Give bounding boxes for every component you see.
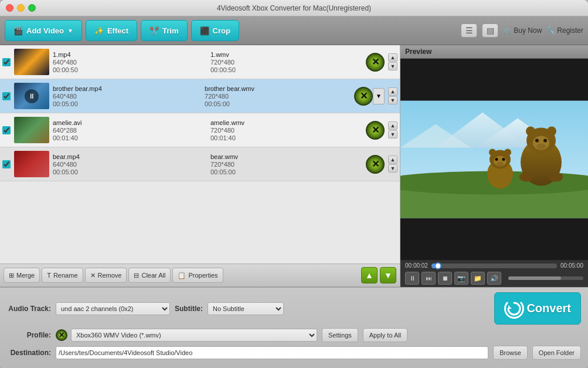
file-output-name-1: 1.wmv [210, 51, 362, 58]
file-info-3: amelie.avi amelie.wmv 640*288 720*480 00… [53, 119, 362, 141]
progress-thumb [434, 262, 441, 269]
crop-button[interactable]: ⬛ Crop [191, 20, 239, 41]
properties-label: Properties [188, 272, 217, 279]
file-checkbox-3[interactable] [2, 126, 11, 134]
move-up-button[interactable]: ▲ [361, 267, 378, 283]
screenshot-button[interactable]: 📷 [454, 272, 468, 285]
format-icon-2[interactable]: ✕ [354, 87, 373, 106]
register-button[interactable]: 🔧 Register [546, 26, 583, 35]
merge-icon: ⊞ [9, 272, 14, 279]
file-actions-3: ✕ [366, 121, 385, 140]
file-input-dim-2: 640*480 [53, 93, 199, 100]
folder-button[interactable]: 📁 [471, 272, 485, 285]
destination-input[interactable] [56, 346, 488, 359]
time-end: 00:05:00 [560, 262, 583, 269]
file-item-1[interactable]: 1.mp4 1.wmv 640*480 720*480 00:00:50 00:… [0, 45, 400, 79]
effect-button[interactable]: ✨ Effect [86, 20, 137, 41]
file-arrows-2: ▲ ▼ [388, 87, 397, 104]
file-input-dim-3: 640*288 [53, 127, 205, 134]
file-expand-1[interactable]: ▲ [388, 53, 397, 62]
title-bar: 4Videosoft Xbox Converter for Mac(Unregi… [0, 0, 588, 16]
file-output-dur-1: 00:00:50 [210, 66, 362, 73]
settings-button[interactable]: Settings [322, 328, 358, 342]
file-collapse-1[interactable]: ▼ [388, 62, 397, 70]
file-output-dur-2: 00:05:00 [205, 100, 351, 107]
file-output-dim-3: 720*480 [210, 127, 362, 134]
file-output-dim-1: 720*480 [210, 59, 362, 66]
trim-button[interactable]: ✂️ Trim [141, 20, 187, 41]
view-detail-button[interactable]: ▤ [482, 23, 498, 38]
format-icon-1: ✕ [366, 53, 385, 72]
move-buttons: ▲ ▼ [361, 267, 396, 283]
settings-panel: Audio Track: und aac 2 channels (0x2) Su… [0, 287, 588, 368]
preview-controls: 00:00:02 00:05:00 ⏸ ⏭ ⏹ 📷 📁 🔊 [400, 260, 588, 287]
svg-point-9 [547, 127, 556, 136]
svg-point-15 [549, 173, 563, 182]
format-icon-3: ✕ [366, 121, 385, 140]
properties-button[interactable]: 📋 Properties [172, 268, 223, 283]
file-output-dur-4: 00:05:00 [210, 168, 362, 175]
file-item-3[interactable]: amelie.avi amelie.wmv 640*288 720*480 00… [0, 113, 400, 147]
pause-button[interactable]: ⏸ [405, 272, 419, 285]
file-input-dur-2: 00:05:00 [53, 100, 199, 107]
volume-button[interactable]: 🔊 [487, 272, 501, 285]
destination-label: Destination: [7, 349, 51, 357]
browse-button[interactable]: Browse [493, 346, 528, 360]
clear-all-button[interactable]: ⊟ Clear All [128, 268, 171, 283]
file-list: 1.mp4 1.wmv 640*480 720*480 00:00:50 00:… [0, 45, 400, 264]
view-list-button[interactable]: ☰ [461, 23, 477, 38]
open-folder-button[interactable]: Open Folder [532, 346, 581, 360]
file-checkbox-4[interactable] [2, 160, 11, 168]
file-collapse-3[interactable]: ▼ [388, 130, 397, 139]
file-collapse-4[interactable]: ▼ [388, 164, 397, 173]
add-video-label: Add Video [26, 26, 64, 35]
remove-button[interactable]: ✕ Remove [85, 268, 127, 283]
svg-point-14 [519, 173, 533, 182]
progress-bar[interactable] [431, 264, 557, 268]
format-dropdown-2[interactable]: ▼ [373, 88, 385, 104]
main-content: 1.mp4 1.wmv 640*480 720*480 00:00:50 00:… [0, 45, 588, 287]
svg-point-19 [504, 149, 511, 156]
file-checkbox-2[interactable] [2, 92, 11, 100]
file-info-2: brother bear.mp4 brother bear.wmv 640*48… [53, 85, 351, 107]
volume-bar[interactable] [508, 276, 583, 280]
file-expand-2[interactable]: ▲ [388, 87, 397, 96]
file-input-name-2: brother bear.mp4 [53, 85, 199, 92]
file-expand-3[interactable]: ▲ [388, 121, 397, 130]
close-button[interactable] [6, 4, 13, 12]
profile-row: Profile: ✕ Xbox360 WMV Video (*.wmv) Set… [7, 328, 581, 342]
buy-now-button[interactable]: 🛒 Buy Now [503, 26, 542, 35]
crop-label: Crop [213, 26, 230, 35]
file-item-4[interactable]: bear.mp4 bear.wmv 640*480 720*480 00:05:… [0, 147, 400, 181]
profile-label: Profile: [7, 331, 51, 339]
profile-select[interactable]: Xbox360 WMV Video (*.wmv) [71, 329, 317, 342]
file-expand-4[interactable]: ▲ [388, 156, 397, 164]
audio-track-select[interactable]: und aac 2 channels (0x2) [56, 302, 170, 315]
preview-video [400, 59, 588, 260]
move-down-button[interactable]: ▼ [380, 267, 396, 283]
pause-overlay-2: ⏸ [25, 89, 39, 103]
merge-button[interactable]: ⊞ Merge [4, 268, 40, 283]
add-video-button[interactable]: 🎬 Add Video ▼ [5, 20, 82, 41]
file-actions-4: ✕ [366, 155, 385, 174]
file-item-2[interactable]: ⏸ brother bear.mp4 brother bear.wmv 640*… [0, 79, 400, 113]
file-checkbox-1[interactable] [2, 58, 11, 66]
apply-to-all-button[interactable]: Apply to All [363, 328, 407, 342]
svg-point-13 [536, 144, 546, 150]
file-input-dur-1: 00:00:50 [53, 66, 205, 73]
step-forward-button[interactable]: ⏭ [422, 272, 436, 285]
toolbar-right: ☰ ▤ 🛒 Buy Now 🔧 Register [461, 23, 583, 38]
window-title: 4Videosoft Xbox Converter for Mac(Unregi… [217, 4, 371, 12]
file-collapse-2[interactable]: ▼ [388, 96, 397, 104]
maximize-button[interactable] [28, 4, 36, 12]
stop-button[interactable]: ⏹ [438, 272, 452, 285]
file-output-dur-3: 00:01:40 [210, 134, 362, 141]
file-input-dim-1: 640*480 [53, 59, 205, 66]
format-selector-2: ✕ ▼ [354, 87, 385, 106]
rename-button[interactable]: T Rename [42, 268, 83, 283]
toolbar: 🎬 Add Video ▼ ✨ Effect ✂️ Trim ⬛ Crop ☰ … [0, 16, 588, 45]
convert-button[interactable]: Convert [494, 292, 581, 325]
merge-label: Merge [16, 272, 35, 279]
minimize-button[interactable] [17, 4, 25, 12]
subtitle-select[interactable]: No Subtitle [208, 302, 284, 315]
